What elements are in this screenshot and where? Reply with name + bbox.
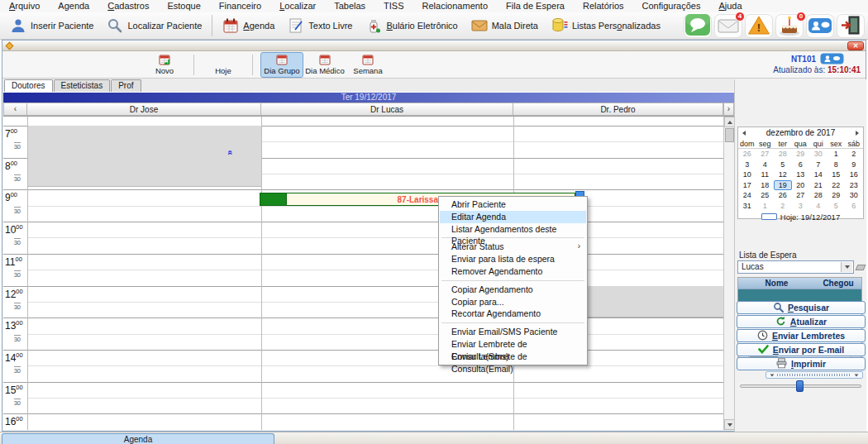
calendar-day[interactable]: 29 (827, 190, 846, 201)
calendar-day[interactable]: 27 (756, 149, 775, 160)
status-button-mail[interactable]: 4 (714, 14, 742, 38)
toolbar-button-listas-personalizadas[interactable]: Listas Personalizadas (545, 13, 667, 38)
calendar-next-button[interactable] (856, 131, 859, 136)
prev-column-button[interactable]: ‹ (3, 103, 27, 116)
contacts-chip-icon[interactable] (820, 53, 844, 66)
calendar-day[interactable]: 20 (792, 180, 810, 191)
calendar-day[interactable]: 25 (756, 190, 775, 201)
enviar-por-e-mail-button[interactable]: Enviar por E-mail (737, 343, 866, 356)
calendar-day[interactable]: 28 (809, 190, 827, 201)
menu-item-relatorios[interactable]: Relatórios (574, 0, 633, 12)
calendar-day[interactable]: 15 (827, 169, 846, 180)
menu-item-tabelas[interactable]: Tabelas (325, 0, 374, 12)
calendar-day[interactable]: 2 (774, 201, 792, 212)
calendar-day[interactable]: 30 (809, 149, 827, 160)
calendar-day[interactable]: 2 (845, 149, 863, 160)
status-button-contacts[interactable] (806, 14, 834, 38)
wait-list-column-chegou[interactable]: Chegou (815, 278, 861, 289)
calendar-day[interactable]: 31 (738, 201, 756, 212)
calendar-day[interactable]: 13 (792, 169, 810, 180)
calendar-day[interactable]: 11 (756, 169, 775, 180)
calendar-day[interactable]: 29 (792, 149, 810, 160)
calendar-day[interactable]: 5 (827, 201, 846, 212)
pesquisar-button[interactable]: Pesquisar (737, 301, 866, 314)
semana-button[interactable]: Semana (346, 52, 389, 78)
context-menu-item-copiar-agendamento[interactable]: Copiar Agendamento (440, 284, 586, 296)
calendar-day[interactable]: 22 (827, 180, 846, 191)
calendar-day[interactable]: 28 (774, 149, 792, 160)
calendar-day[interactable]: 14 (809, 169, 827, 180)
context-menu-item-enviar-email-sms-paciente[interactable]: Enviar Email/SMS Paciente (440, 326, 586, 338)
menu-item-cadastros[interactable]: Cadastros (98, 0, 158, 12)
context-menu-item-recortar-agendamento[interactable]: Recortar Agendamento (440, 308, 586, 320)
scroll-up-icon[interactable] (724, 117, 734, 127)
menu-item-localizar[interactable]: Localizar (270, 0, 325, 12)
calendar-day[interactable]: 6 (792, 160, 810, 170)
context-menu-item-copiar-para[interactable]: Copiar para... (440, 296, 586, 308)
dia-medico-button[interactable]: Dia Médico (303, 52, 346, 78)
calendar-day[interactable]: 26 (738, 149, 756, 160)
calendar-day[interactable]: 12 (774, 169, 792, 180)
calendar-day[interactable]: 4 (756, 160, 775, 170)
wait-list-select[interactable]: Lucas (737, 260, 854, 274)
menu-item-configuracoes[interactable]: Configurações (633, 0, 710, 12)
context-menu-item-remover-agendamento[interactable]: Remover Agendamento (440, 265, 586, 278)
imprimir-button[interactable]: Imprimir (737, 357, 866, 370)
calendar-day[interactable]: 23 (845, 180, 863, 191)
status-button-alert[interactable]: ! (745, 14, 773, 38)
status-button-chat[interactable] (684, 14, 712, 38)
context-menu-item-editar-agenda[interactable]: Editar Agenda (440, 211, 586, 223)
toolbar-button-mala-direta[interactable]: Mala Direta (465, 13, 545, 38)
status-button-birthday[interactable]: 0 (775, 14, 804, 38)
calendar-day[interactable]: 6 (845, 201, 863, 212)
menu-item-tiss[interactable]: TISS (374, 0, 413, 12)
slider-thumb[interactable] (796, 380, 804, 392)
toolbar-button-inserir-paciente[interactable]: Inserir Paciente (3, 13, 100, 38)
expand-up-icon[interactable]: « (227, 150, 235, 154)
calendar-prev-button[interactable] (742, 131, 746, 136)
novo-button[interactable]: Novo (143, 52, 186, 78)
calendar-day[interactable]: 3 (792, 201, 810, 212)
calendar-day[interactable]: 4 (809, 201, 827, 212)
enviar-lembretes-button[interactable]: Enviar Lembretes (737, 329, 866, 342)
context-menu-item-listar-agendamentos-deste-paciente[interactable]: Listar Agendamentos deste Paciente (440, 223, 586, 236)
calendar-day[interactable]: 21 (809, 180, 827, 191)
context-menu-item-abrir-paciente[interactable]: Abrir Paciente (440, 198, 586, 211)
wait-list-column-nome[interactable]: Nome (738, 278, 815, 289)
tab-prof[interactable]: Prof (111, 79, 141, 92)
calendar-day-selected[interactable]: 19 (774, 180, 792, 191)
context-menu-item-enviar-lembrete-de-consulta-sms[interactable]: Enviar Lembrete de Consulta(Sms) (440, 338, 586, 351)
menu-item-fila-de-espera[interactable]: Fila de Espera (497, 0, 574, 12)
status-button-exit[interactable] (837, 14, 865, 38)
menu-item-relacionamento[interactable]: Relacionamento (413, 0, 498, 12)
vscroll-thumb[interactable] (725, 128, 734, 142)
calendar-day[interactable]: 8 (827, 160, 846, 170)
close-button[interactable]: ✕ (847, 41, 864, 50)
calendar-day[interactable]: 27 (792, 190, 810, 201)
calendar-day[interactable]: 3 (738, 160, 756, 170)
calendar-day[interactable]: 9 (845, 160, 863, 170)
calendar-day[interactable]: 18 (756, 180, 775, 191)
tab-doutores[interactable]: Doutores (4, 79, 53, 92)
calendar-day[interactable]: 30 (845, 190, 863, 201)
next-column-button[interactable]: › (723, 103, 734, 116)
menu-item-arquivo[interactable]: Arquivo (0, 0, 49, 12)
context-menu-item-enviar-lembrete-de-consulta-email[interactable]: Enviar Lembrete de Consulta(Email) (440, 351, 586, 363)
atualizar-button[interactable]: Atualizar (737, 315, 866, 328)
taskbar-tab-agenda[interactable]: Agenda (2, 433, 274, 444)
toolbar-button-localizar-paciente[interactable]: Localizar Paciente (100, 13, 208, 38)
vertical-scrollbar[interactable] (723, 117, 734, 430)
calendar-day[interactable]: 26 (774, 190, 792, 201)
calendar-day[interactable]: 10 (738, 169, 756, 180)
context-menu-item-enviar-para-lista-de-espera[interactable]: Enviar para lista de espera (440, 253, 586, 265)
chevron-down-icon[interactable] (841, 262, 852, 272)
tab-esteticistas[interactable]: Esteticistas (54, 79, 111, 92)
toolbar-button-agenda[interactable]: Agenda (216, 13, 281, 38)
context-menu-item-alterar-status[interactable]: Alterar Status› (440, 241, 586, 253)
hoje-button[interactable]: Hoje (202, 52, 245, 78)
dia-grupo-button[interactable]: Dia Grupo (260, 52, 303, 78)
toolbar-button-bulario-eletronico[interactable]: Bulário Eletrônico (359, 13, 464, 38)
toolbar-button-texto-livre[interactable]: Texto Livre (281, 13, 359, 38)
wait-list-selected-row[interactable] (738, 289, 861, 301)
menu-item-estoque[interactable]: Estoque (158, 0, 209, 12)
